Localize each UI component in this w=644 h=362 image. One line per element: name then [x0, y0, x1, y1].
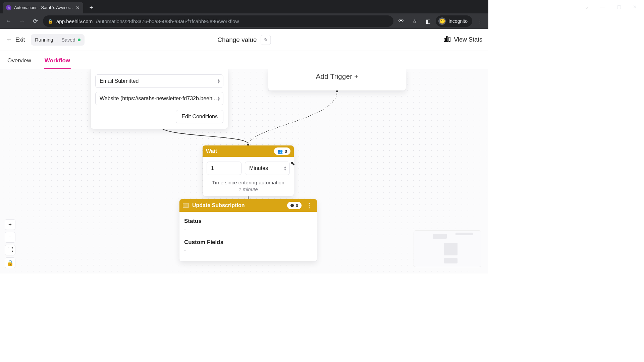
- wait-node[interactable]: Wait 👥 0 1 Minutes ▴▾: [203, 145, 294, 196]
- add-trigger-label: Add Trigger: [316, 72, 353, 80]
- favicon-icon: b: [6, 5, 11, 10]
- canvas-tools: + − ⛶ 🔒: [5, 219, 15, 268]
- wait-meta-label: Time since entering automation: [207, 180, 290, 186]
- add-trigger-card[interactable]: Add Trigger +: [268, 69, 406, 90]
- status-value: -: [184, 226, 312, 232]
- update-node-header: Update Subscription 0 ⋮: [179, 199, 317, 212]
- tab-overview[interactable]: Overview: [7, 57, 31, 69]
- bookmark-star-icon[interactable]: ☆: [409, 15, 420, 27]
- trigger-node[interactable]: Email Submitted ▴▾ Website (https://sara…: [91, 69, 228, 129]
- url-path: /automations/28fb3a76-b0a3-4e3b-a3a6-f1f…: [96, 18, 239, 24]
- nav-forward-button[interactable]: →: [16, 15, 28, 27]
- subtabs: Overview Workflow: [0, 51, 488, 69]
- automation-title: Change value: [217, 36, 257, 44]
- status-divider: [57, 37, 57, 43]
- automation-title-wrap: Change value ✎: [217, 35, 271, 45]
- nav-back-button[interactable]: ←: [3, 15, 14, 27]
- node-menu-button[interactable]: ⋮: [305, 202, 314, 209]
- chevron-updown-icon: ▴▾: [284, 166, 286, 171]
- trigger-event-select[interactable]: Email Submitted ▴▾: [95, 74, 223, 88]
- browser-chrome: b Automations - Sarah's Awesome ✕ + ⌄ ― …: [0, 0, 488, 29]
- svg-rect-0: [444, 38, 445, 42]
- pencil-icon: ✎: [264, 37, 268, 43]
- exit-button[interactable]: ← Exit: [6, 36, 25, 43]
- wait-unit-value: Minutes: [249, 165, 268, 171]
- bar-chart-icon: [444, 36, 450, 44]
- status-label: Status: [184, 218, 312, 225]
- zoom-in-button[interactable]: +: [5, 219, 15, 230]
- app-root: ← Exit Running Saved Change value ✎ View…: [0, 29, 488, 274]
- status-saved-wrap: Saved: [61, 37, 80, 43]
- wait-node-title: Wait: [206, 148, 217, 154]
- svg-rect-1: [446, 36, 448, 42]
- update-node-title: Update Subscription: [192, 202, 245, 208]
- address-bar: ← → ⟳ 🔒 app.beehiiv.com/automations/28fb…: [0, 13, 488, 29]
- url-host: app.beehiiv.com: [56, 18, 93, 24]
- id-card-icon: [183, 203, 189, 208]
- incognito-label: Incognito: [448, 18, 468, 24]
- check-circle-icon: [290, 204, 294, 207]
- incognito-badge[interactable]: 😶 Incognito: [436, 15, 472, 27]
- tab-bar: b Automations - Sarah's Awesome ✕ + ⌄ ― …: [0, 0, 488, 13]
- wait-node-body: 1 Minutes ▴▾ Time since entering automat…: [203, 157, 294, 196]
- view-stats-label: View Stats: [454, 36, 482, 43]
- lock-icon: 🔒: [48, 19, 53, 24]
- edit-conditions-button[interactable]: Edit Conditions: [176, 110, 223, 123]
- arrow-left-icon: ←: [6, 36, 12, 43]
- side-panel-icon[interactable]: ◧: [422, 15, 434, 27]
- nav-reload-button[interactable]: ⟳: [30, 15, 41, 27]
- mouse-cursor-icon: ⬉: [290, 160, 295, 167]
- url-field[interactable]: 🔒 app.beehiiv.com/automations/28fb3a76-b…: [43, 15, 393, 27]
- wait-node-header: Wait 👥 0: [203, 145, 294, 157]
- svg-rect-2: [449, 37, 450, 42]
- update-count-badge: 0: [287, 202, 302, 209]
- new-tab-button[interactable]: +: [87, 3, 96, 12]
- custom-fields-label: Custom Fields: [184, 239, 312, 246]
- close-tab-icon[interactable]: ✕: [76, 5, 80, 10]
- tab-title: Automations - Sarah's Awesome: [14, 5, 73, 10]
- view-stats-button[interactable]: View Stats: [444, 36, 482, 44]
- fit-view-button[interactable]: ⛶: [5, 245, 15, 255]
- edit-title-button[interactable]: ✎: [261, 35, 271, 45]
- tab-workflow[interactable]: Workflow: [45, 57, 70, 69]
- browser-tab[interactable]: b Automations - Sarah's Awesome ✕: [3, 2, 83, 13]
- trigger-source-value: Website (https://sarahs-newsletter-fd732…: [100, 96, 219, 102]
- wait-count-value: 0: [285, 149, 287, 154]
- wait-count-badge: 👥 0: [274, 147, 290, 155]
- wait-value-input[interactable]: 1: [207, 162, 241, 175]
- app-header: ← Exit Running Saved Change value ✎ View…: [0, 29, 488, 51]
- trigger-event-value: Email Submitted: [100, 78, 139, 84]
- zoom-out-button[interactable]: −: [5, 232, 15, 243]
- chevron-updown-icon: ▴▾: [218, 79, 220, 83]
- incognito-icon: 😶: [438, 17, 446, 25]
- wait-meta-value: 1 minute: [207, 186, 290, 192]
- status-chip: Running Saved: [31, 34, 85, 46]
- update-node-body: Status - Custom Fields -: [179, 212, 317, 261]
- workflow-canvas[interactable]: Email Submitted ▴▾ Website (https://sara…: [0, 69, 488, 274]
- tracking-protection-icon[interactable]: 👁: [395, 15, 407, 27]
- update-subscription-node[interactable]: Update Subscription 0 ⋮ Status - Custom …: [179, 199, 317, 261]
- users-icon: 👥: [277, 149, 283, 154]
- wait-value: 1: [211, 165, 214, 171]
- browser-menu-button[interactable]: ⋮: [474, 15, 486, 27]
- minimap[interactable]: [414, 231, 481, 267]
- trigger-actions: Edit Conditions: [95, 110, 223, 123]
- update-count-value: 0: [296, 203, 298, 208]
- lock-canvas-button[interactable]: 🔒: [5, 257, 15, 268]
- status-saved: Saved: [61, 37, 75, 43]
- wait-meta: Time since entering automation 1 minute: [207, 180, 290, 192]
- status-running: Running: [35, 37, 53, 43]
- trigger-source-select[interactable]: Website (https://sarahs-newsletter-fd732…: [95, 92, 223, 105]
- exit-label: Exit: [15, 37, 25, 43]
- status-dot-icon: [78, 39, 80, 41]
- wait-unit-select[interactable]: Minutes ▴▾: [245, 162, 290, 175]
- plus-icon: +: [354, 72, 358, 80]
- custom-fields-value: -: [184, 247, 312, 253]
- chevron-updown-icon: ▴▾: [218, 96, 220, 101]
